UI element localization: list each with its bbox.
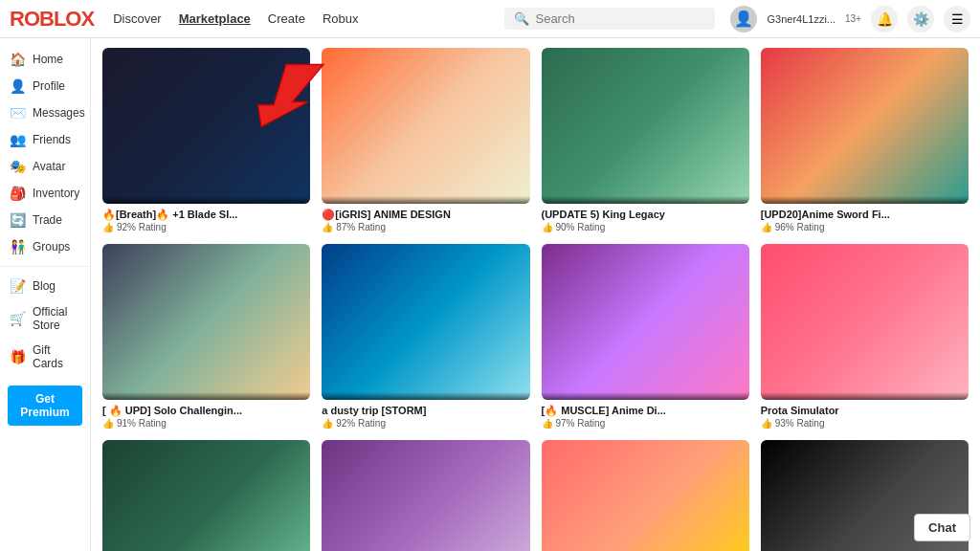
game-thumbnail-overlay — [761, 392, 969, 400]
content-area: 🔥[Breath]🔥 +1 Blade Sl...👍92% Rating🔴[iG… — [91, 38, 980, 551]
game-thumbnail-overlay — [102, 196, 310, 204]
sidebar-item-messages[interactable]: ✉️ Messages — [0, 99, 90, 126]
game-thumbnail — [322, 440, 529, 551]
game-rating: 👍97% Rating — [542, 418, 749, 429]
rating-thumb-icon: 👍 — [102, 418, 114, 429]
store-icon: 🛒 — [10, 311, 25, 326]
rating-thumb-icon: 👍 — [542, 418, 553, 429]
menu-icon[interactable]: ☰ — [944, 6, 970, 33]
game-card[interactable]: [ 🔥 UPD] Solo Challengin...👍91% Rating — [102, 244, 310, 429]
game-rating: 👍91% Rating — [102, 418, 310, 429]
game-rating: 👍92% Rating — [102, 222, 310, 232]
username-label[interactable]: G3ner4L1zzi... — [767, 13, 835, 25]
game-title: [ 🔥 UPD] Solo Challengin... — [102, 404, 310, 417]
sidebar: 🏠 Home 👤 Profile ✉️ Messages 👥 Friends 🎭… — [0, 38, 91, 551]
rating-thumb-icon: 👍 — [761, 222, 772, 232]
game-thumbnail — [761, 244, 969, 400]
sidebar-item-trade[interactable]: 🔄 Trade — [0, 207, 90, 233]
game-rating: 👍96% Rating — [761, 222, 969, 232]
rating-value: 97% Rating — [556, 418, 606, 429]
game-thumbnail — [761, 48, 969, 204]
game-thumbnail-overlay — [322, 196, 529, 204]
trade-icon: 🔄 — [10, 212, 25, 228]
sidebar-item-groups[interactable]: 👫 Groups — [0, 233, 90, 260]
game-card[interactable]: a dusty trip [STORM]👍92% Rating — [322, 244, 529, 429]
rating-value: 92% Rating — [336, 418, 386, 429]
groups-icon: 👫 — [10, 239, 25, 254]
game-thumbnail — [102, 48, 310, 204]
nav-robux[interactable]: Robux — [323, 11, 359, 26]
sidebar-item-friends[interactable]: 👥 Friends — [0, 126, 90, 153]
rating-thumb-icon: 👍 — [322, 222, 333, 232]
rating-value: 93% Rating — [775, 418, 825, 429]
gift-cards-icon: 🎁 — [10, 349, 25, 364]
game-rating: 👍92% Rating — [322, 418, 529, 429]
game-card[interactable]: 🔴[iGRIS] ANIME DESIGN👍87% Rating — [322, 48, 529, 232]
sidebar-label-profile: Profile — [33, 79, 65, 93]
avatar[interactable]: 👤 — [730, 6, 757, 33]
settings-icon[interactable]: ⚙️ — [907, 6, 934, 33]
game-thumbnail — [322, 48, 529, 204]
game-thumbnail — [102, 440, 310, 551]
sidebar-item-inventory[interactable]: 🎒 Inventory — [0, 180, 90, 207]
game-card[interactable]: 🐾 Pet Simulator 99!👍97% Rating — [542, 440, 749, 551]
sidebar-label-inventory: Inventory — [33, 187, 79, 200]
search-bar[interactable]: 🔍 — [504, 8, 715, 30]
nav-create[interactable]: Create — [268, 11, 305, 26]
rating-thumb-icon: 👍 — [761, 418, 772, 429]
roblox-logo[interactable]: ROBLOX — [10, 7, 94, 32]
blog-icon: 📝 — [10, 278, 25, 294]
sidebar-item-official-store[interactable]: 🛒 Official Store — [0, 299, 90, 338]
nav-discover[interactable]: Discover — [113, 11, 162, 26]
game-title: 🔥[Breath]🔥 +1 Blade Sl... — [102, 208, 310, 221]
game-title: [🔥 MUSCLE] Anime Di... — [542, 404, 749, 417]
game-card[interactable]: Robending Online Beta👍91% Rating — [102, 440, 310, 551]
sidebar-label-blog: Blog — [33, 279, 56, 293]
game-thumbnail-overlay — [542, 196, 749, 204]
messages-icon: ✉️ — [10, 105, 25, 121]
nav-marketplace[interactable]: Marketplace — [179, 11, 251, 26]
rating-thumb-icon: 👍 — [102, 222, 114, 232]
notification-icon[interactable]: 🔔 — [871, 6, 898, 33]
game-title: [UPD20]Anime Sword Fi... — [761, 208, 969, 221]
game-card[interactable]: [🔥 MUSCLE] Anime Di...👍97% Rating — [542, 244, 749, 429]
sidebar-label-groups: Groups — [33, 240, 70, 253]
sidebar-item-home[interactable]: 🏠 Home — [0, 46, 90, 73]
sidebar-item-gift-cards[interactable]: 🎁 Gift Cards — [0, 338, 90, 376]
inventory-icon: 🎒 — [10, 186, 25, 201]
get-premium-button[interactable]: Get Premium — [8, 386, 82, 426]
game-thumbnail — [542, 244, 749, 400]
game-card[interactable]: (UPDATE 5) King Legacy👍90% Rating — [542, 48, 749, 232]
sidebar-item-profile[interactable]: 👤 Profile — [0, 73, 90, 99]
rating-thumb-icon: 👍 — [542, 222, 553, 232]
game-card[interactable]: Prota Simulator👍93% Rating — [761, 244, 969, 429]
sidebar-item-blog[interactable]: 📝 Blog — [0, 273, 90, 299]
nav-links: Discover Marketplace Create Robux — [113, 11, 489, 26]
game-rating: 👍90% Rating — [542, 222, 749, 232]
rating-value: 92% Rating — [117, 222, 167, 232]
rating-thumb-icon: 👍 — [322, 418, 333, 429]
rating-value: 87% Rating — [336, 222, 386, 232]
sidebar-item-avatar[interactable]: 🎭 Avatar — [0, 153, 90, 180]
home-icon: 🏠 — [10, 52, 25, 67]
game-grid: 🔥[Breath]🔥 +1 Blade Sl...👍92% Rating🔴[iG… — [102, 48, 969, 551]
sidebar-label-messages: Messages — [33, 106, 85, 120]
profile-icon: 👤 — [10, 78, 25, 94]
avatar-icon: 🎭 — [10, 159, 25, 174]
sidebar-label-home: Home — [33, 53, 63, 66]
game-thumbnail-overlay — [102, 392, 310, 400]
game-card[interactable]: 🔥[Breath]🔥 +1 Blade Sl...👍92% Rating — [102, 48, 310, 232]
chat-button[interactable]: Chat — [914, 514, 970, 541]
rating-value: 90% Rating — [556, 222, 606, 232]
game-title: a dusty trip [STORM] — [322, 404, 529, 417]
rating-value: 91% Rating — [117, 418, 167, 429]
game-card[interactable]: [UPD20]Anime Sword Fi...👍96% Rating — [761, 48, 969, 232]
top-nav: ROBLOX Discover Marketplace Create Robux… — [0, 0, 980, 38]
game-thumbnail — [542, 440, 749, 551]
game-card[interactable]: untitled boxing game 🔴👍83% Rating — [322, 440, 529, 551]
game-thumbnail — [542, 48, 749, 204]
age-badge: 13+ — [845, 13, 861, 24]
game-title: 🔴[iGRIS] ANIME DESIGN — [322, 208, 529, 221]
game-rating: 👍93% Rating — [761, 418, 969, 429]
search-input[interactable] — [535, 11, 705, 26]
